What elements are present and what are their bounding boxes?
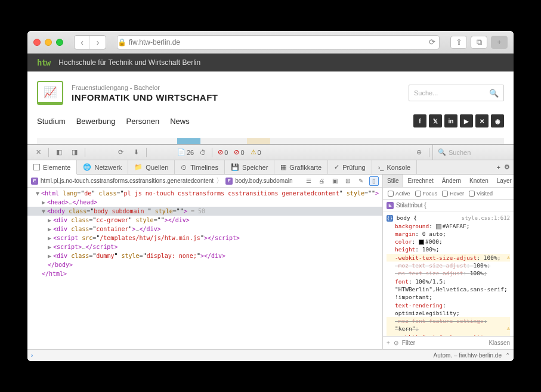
pseudo-active[interactable]: Active — [388, 191, 410, 197]
error-badge-2[interactable]: ⊘0 — [231, 148, 246, 156]
devtools-search[interactable]: 🔍 Suchen — [432, 145, 510, 160]
minimize-button[interactable] — [45, 39, 52, 46]
instagram-icon[interactable]: ◉ — [491, 114, 504, 127]
breadcrumb-html[interactable]: html.pl.js.no-touch.csstransforms.csstra… — [41, 178, 214, 184]
tab-konsole[interactable]: ›_Konsole — [372, 160, 418, 174]
reload-icon[interactable]: ⟳ — [429, 38, 435, 46]
error-badge[interactable]: ⊘0 — [215, 148, 230, 156]
download-icon[interactable]: ⬇ — [129, 147, 143, 158]
styles-tab-knoten[interactable]: Knoten — [465, 175, 493, 187]
zoom-button[interactable] — [56, 39, 63, 46]
back-button[interactable]: ‹ — [75, 36, 90, 49]
search-icon: 🔍 — [438, 148, 446, 156]
site-logo-block: 📈 Frauenstudiengang - Bachelor INFORMATI… — [37, 81, 218, 105]
console-icon: ›_ — [378, 164, 384, 171]
tab-grafikkarte[interactable]: ▦Grafikkarte — [274, 160, 328, 174]
tool-grid-icon[interactable]: ⊞ — [343, 176, 353, 186]
breadcrumb-body[interactable]: body.body.subdomain — [235, 178, 292, 184]
styles-tab-errechnet[interactable]: Errechnet — [403, 175, 437, 187]
target-icon[interactable]: ⊕ — [412, 147, 426, 158]
search-icon[interactable]: 🔍 — [489, 89, 499, 98]
styles-tab-aendern[interactable]: Ändern — [438, 175, 465, 187]
styles-tab-layer[interactable]: Layer — [493, 175, 514, 187]
warn-badge[interactable]: ⚠0 — [248, 148, 264, 156]
twitter-icon[interactable]: 𝕏 — [429, 114, 442, 127]
pseudo-hover[interactable]: Hover — [442, 191, 464, 197]
youtube-icon[interactable]: ▶ — [460, 114, 473, 127]
resource-count: 📄 26 — [175, 148, 196, 156]
styles-tab-stile[interactable]: Stile — [383, 175, 403, 187]
university-name: Hochschule für Technik und Wirtschaft Be… — [58, 58, 200, 67]
tab-timelines[interactable]: ⏲Timelines — [175, 160, 225, 174]
timing-group: ⏱ — [197, 149, 209, 156]
dock-left-icon[interactable]: ◧ — [52, 147, 66, 158]
document-icon: 📄 — [177, 148, 186, 156]
tool-box-icon[interactable]: ▣ — [330, 176, 339, 186]
dock-right-icon[interactable]: ◨ — [67, 147, 82, 158]
tab-elemente[interactable]: Elemente — [27, 160, 77, 175]
nav-studium[interactable]: Studium — [37, 117, 66, 126]
gear-icon[interactable]: ⚙ — [504, 163, 510, 171]
linkedin-icon[interactable]: in — [444, 114, 457, 127]
styles-panel: Stile Errechnet Ändern Knoten Layer Acti… — [382, 175, 514, 349]
tool-brush-icon[interactable]: ✎ — [356, 176, 366, 186]
program-title: INFORMATIK UND WIRTSCHAFT — [72, 92, 218, 102]
program-subtitle: Frauenstudiengang - Bachelor — [72, 84, 218, 91]
new-tab-button[interactable]: + — [491, 36, 508, 49]
resource-count-value: 26 — [187, 149, 194, 156]
nav-bewerbung[interactable]: Bewerbung — [76, 117, 116, 126]
htw-logo[interactable]: htw — [37, 58, 50, 67]
lock-icon: 🔒 — [118, 38, 126, 46]
style-attribute-row[interactable]: E Stilattribut { — [383, 200, 514, 211]
tool-tree-icon[interactable]: ☰ — [304, 176, 313, 186]
add-rule-button[interactable]: + — [387, 340, 390, 346]
chevron-right-icon: 〉 — [216, 176, 223, 186]
audit-icon: ✓ — [334, 163, 339, 171]
tabs-button[interactable]: ⧉ — [471, 36, 487, 49]
elements-panel: E html.pl.js.no-touch.csstransforms.csst… — [27, 175, 382, 349]
network-icon: 🌐 — [83, 163, 91, 171]
nav-buttons: ‹ › — [74, 35, 106, 49]
close-button[interactable] — [33, 39, 41, 46]
program-logo-icon[interactable]: 📈 — [37, 81, 63, 105]
traffic-lights — [33, 39, 63, 46]
tool-print-icon[interactable]: 🖨 — [317, 176, 326, 186]
dom-tree[interactable]: ▼<html lang="de" class="pl js no-touch c… — [27, 188, 382, 349]
tab-pruefung[interactable]: ✓Prüfung — [328, 160, 372, 174]
console-drawer[interactable]: › Autom. – fiw.htw-berlin.de ⌃ — [27, 349, 514, 361]
styles-footer: + ⊙ Klassen — [383, 336, 514, 349]
classes-button[interactable]: Klassen — [489, 340, 510, 346]
chrome-right-controls: ⇪ ⧉ + — [450, 36, 508, 49]
console-expand-icon[interactable]: ⌃ — [505, 352, 510, 359]
close-devtools-button[interactable]: ✕ — [31, 147, 45, 158]
sources-icon: 📁 — [134, 163, 143, 171]
reload-icon[interactable]: ⟳ — [113, 147, 128, 158]
plus-icon[interactable]: + — [497, 164, 500, 171]
social-icons: f 𝕏 in ▶ ✕ ◉ — [413, 114, 504, 127]
breadcrumb-bar: E html.pl.js.no-touch.csstransforms.csst… — [27, 175, 382, 188]
pseudo-classes-bar: Active Focus Hover Visited — [383, 188, 514, 200]
tab-netzwerk[interactable]: 🌐Netzwerk — [77, 160, 128, 174]
devtools-content: E html.pl.js.no-touch.csstransforms.csst… — [27, 175, 514, 349]
tab-quellen[interactable]: 📁Quellen — [128, 160, 175, 174]
site-top-bar: htw Hochschule für Technik und Wirtschaf… — [27, 54, 514, 71]
url-bar[interactable]: 🔒 fiw.htw-berlin.de ⟳ — [117, 35, 440, 49]
share-button[interactable]: ⇪ — [450, 36, 467, 49]
forward-button[interactable]: › — [90, 36, 106, 49]
console-prompt-icon: › — [31, 352, 33, 359]
css-rules[interactable]: {} body {style.css:1:612background: #AFA… — [383, 211, 514, 336]
browser-window: ‹ › 🔒 fiw.htw-berlin.de ⟳ ⇪ ⧉ + htw Hoch… — [27, 31, 514, 361]
tool-inspect-icon[interactable]: ▯ — [369, 176, 379, 186]
site-search[interactable]: Suche... 🔍 — [409, 85, 504, 101]
tab-speicher[interactable]: 💾Speicher — [225, 160, 274, 174]
element-badge-icon: E — [387, 202, 394, 209]
css-filter-input[interactable] — [402, 340, 486, 346]
pseudo-focus[interactable]: Focus — [415, 191, 438, 197]
search-placeholder: Suche... — [414, 89, 438, 97]
xing-icon[interactable]: ✕ — [475, 114, 489, 127]
nav-news[interactable]: News — [170, 117, 190, 126]
nav-personen[interactable]: Personen — [126, 117, 159, 126]
facebook-icon[interactable]: f — [413, 114, 426, 127]
pseudo-visited[interactable]: Visited — [469, 191, 493, 197]
devtools-toolbar: ✕ ◧ ◨ ⟳ ⬇ 📄 26 ⏱ ⊘0 ⊘0 ⚠0 ⊕ 🔍 Suche — [27, 145, 514, 160]
